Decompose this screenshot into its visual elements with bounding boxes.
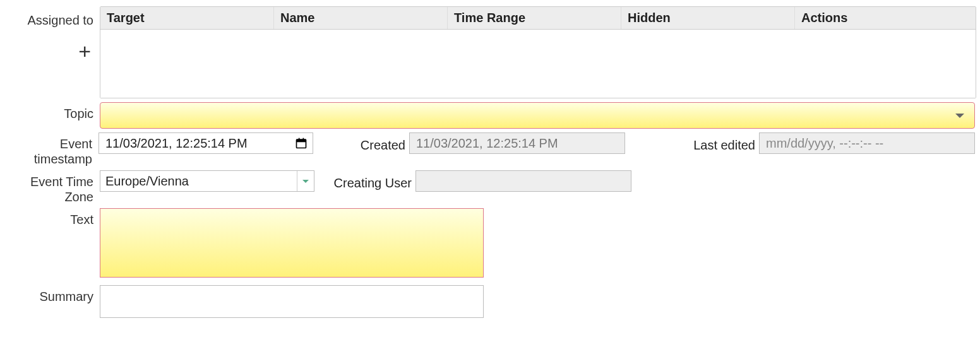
- created-label: Created: [317, 134, 405, 153]
- summary-label: Summary: [5, 285, 100, 304]
- text-label: Text: [5, 208, 100, 227]
- topic-label: Topic: [5, 102, 100, 121]
- event-timestamp-input[interactable]: [104, 136, 295, 151]
- last-edited-field: [759, 132, 975, 154]
- text-input[interactable]: [100, 208, 484, 278]
- event-timestamp-label: Event timestamp: [5, 132, 99, 167]
- col-actions[interactable]: Actions: [795, 7, 976, 29]
- last-edited-label: Last edited: [629, 134, 755, 153]
- chevron-down-icon: [302, 180, 309, 183]
- topic-select[interactable]: [100, 102, 975, 129]
- add-assigned-button[interactable]: +: [5, 40, 93, 62]
- svg-rect-3: [303, 138, 304, 141]
- col-time-range[interactable]: Time Range: [448, 7, 621, 29]
- created-input: [415, 136, 619, 151]
- col-hidden[interactable]: Hidden: [621, 7, 795, 29]
- timezone-dropdown-button[interactable]: [297, 171, 314, 191]
- creating-user-field: [415, 170, 631, 192]
- assigned-to-label: Assigned to +: [5, 6, 100, 62]
- summary-input[interactable]: [100, 285, 484, 318]
- assigned-table-body[interactable]: [100, 30, 976, 98]
- col-name[interactable]: Name: [274, 7, 448, 29]
- creating-user-label: Creating User: [318, 172, 412, 191]
- event-timestamp-input-wrap: [99, 132, 313, 154]
- assigned-table-header: Target Name Time Range Hidden Actions: [100, 7, 976, 30]
- event-timezone-label: Event Time Zone: [5, 170, 100, 204]
- timezone-select[interactable]: Europe/Vienna: [100, 170, 314, 192]
- svg-rect-1: [297, 139, 306, 142]
- created-field: [409, 132, 625, 154]
- creating-user-input: [421, 173, 626, 189]
- assigned-table: Target Name Time Range Hidden Actions: [100, 6, 976, 98]
- col-target[interactable]: Target: [100, 7, 274, 29]
- timezone-value: Europe/Vienna: [100, 174, 297, 189]
- svg-rect-2: [299, 138, 300, 141]
- last-edited-input: [765, 136, 969, 151]
- chevron-down-icon: [955, 114, 964, 118]
- calendar-icon[interactable]: [295, 137, 308, 150]
